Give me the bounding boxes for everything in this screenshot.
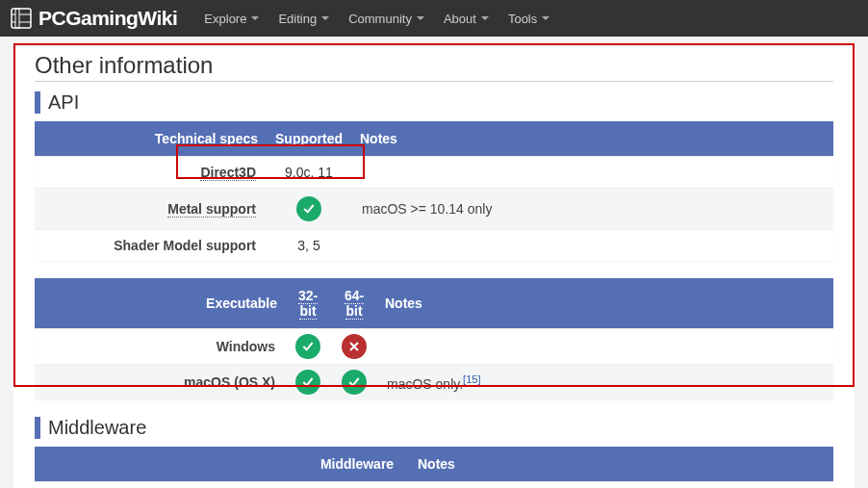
th-middleware: Middleware bbox=[304, 447, 410, 482]
middleware-table: Middleware Notes Physics PhysX bbox=[35, 447, 833, 488]
topbar: PCGamingWiki Explore Editing Community A… bbox=[0, 0, 868, 37]
table-row: Shader Model support 3, 5 bbox=[35, 230, 833, 262]
check-icon bbox=[296, 196, 321, 221]
check-icon bbox=[295, 370, 320, 395]
check-icon bbox=[342, 370, 367, 395]
th-blank bbox=[35, 447, 304, 482]
nav-tools[interactable]: Tools bbox=[498, 12, 559, 26]
logo-text: PCGamingWiki bbox=[38, 7, 177, 30]
th-64bit: 64-bit bbox=[331, 278, 377, 329]
logo-icon bbox=[10, 7, 33, 30]
section-title: Other information bbox=[35, 52, 833, 82]
logo[interactable]: PCGamingWiki bbox=[10, 7, 177, 30]
row-notes: macOS only.[15] bbox=[377, 365, 833, 400]
nav-label: Community bbox=[348, 12, 412, 26]
svg-rect-0 bbox=[12, 9, 31, 28]
chevron-down-icon bbox=[321, 16, 329, 20]
th-notes: Notes bbox=[352, 121, 833, 157]
row-label[interactable]: Metal support bbox=[167, 201, 256, 218]
nav-explore[interactable]: Explore bbox=[194, 12, 268, 26]
content: Other information API Technical specs Su… bbox=[13, 42, 855, 488]
table-row: macOS (OS X) macOS only.[15] bbox=[35, 365, 833, 400]
row-notes bbox=[410, 482, 833, 489]
row-notes bbox=[377, 329, 833, 365]
page-root: PCGamingWiki Explore Editing Community A… bbox=[0, 0, 868, 488]
nav-community[interactable]: Community bbox=[339, 12, 434, 26]
api-table: Technical specs Supported Notes Direct3D… bbox=[35, 121, 833, 261]
nav-label: About bbox=[444, 12, 476, 26]
row-value: 9.0c, 11 bbox=[266, 157, 352, 189]
chevron-down-icon bbox=[251, 16, 259, 20]
main-nav: Explore Editing Community About Tools bbox=[194, 12, 559, 26]
row-label: macOS (OS X) bbox=[184, 374, 275, 390]
subsection-middleware: Middleware bbox=[35, 417, 833, 439]
chevron-down-icon bbox=[417, 16, 424, 20]
chevron-down-icon bbox=[542, 16, 549, 20]
row-value: PhysX bbox=[304, 482, 410, 489]
th-specs: Technical specs bbox=[35, 121, 266, 157]
th-supported: Supported bbox=[266, 121, 352, 157]
th-notes: Notes bbox=[410, 447, 833, 482]
row-label: Windows bbox=[217, 339, 275, 354]
nav-editing[interactable]: Editing bbox=[268, 12, 339, 26]
row-value: 3, 5 bbox=[266, 230, 352, 262]
cross-icon bbox=[342, 334, 367, 359]
row-notes bbox=[352, 230, 833, 262]
row-notes: macOS >= 10.14 only bbox=[352, 189, 833, 230]
nav-label: Editing bbox=[278, 12, 317, 26]
th-32bit: 32-bit bbox=[285, 278, 331, 329]
check-icon bbox=[295, 334, 320, 359]
nav-about[interactable]: About bbox=[434, 12, 498, 26]
th-notes: Notes bbox=[377, 278, 833, 329]
subsection-api: API bbox=[35, 91, 833, 114]
table-row: Metal support macOS >= 10.14 only bbox=[35, 189, 833, 230]
th-exec: Executable bbox=[35, 278, 285, 329]
citation-link[interactable]: [15] bbox=[463, 373, 480, 385]
executable-table: Executable 32-bit 64-bit Notes Windows m… bbox=[35, 278, 833, 399]
row-notes bbox=[352, 157, 833, 189]
chevron-down-icon bbox=[481, 16, 489, 20]
table-row: Physics PhysX bbox=[35, 482, 833, 489]
nav-label: Explore bbox=[204, 12, 246, 26]
row-label: Shader Model support bbox=[114, 238, 256, 253]
svg-rect-1 bbox=[15, 9, 19, 28]
nav-label: Tools bbox=[508, 12, 537, 26]
row-label[interactable]: Direct3D bbox=[200, 165, 256, 181]
table-row: Direct3D 9.0c, 11 bbox=[35, 157, 833, 189]
table-row: Windows bbox=[35, 329, 833, 365]
